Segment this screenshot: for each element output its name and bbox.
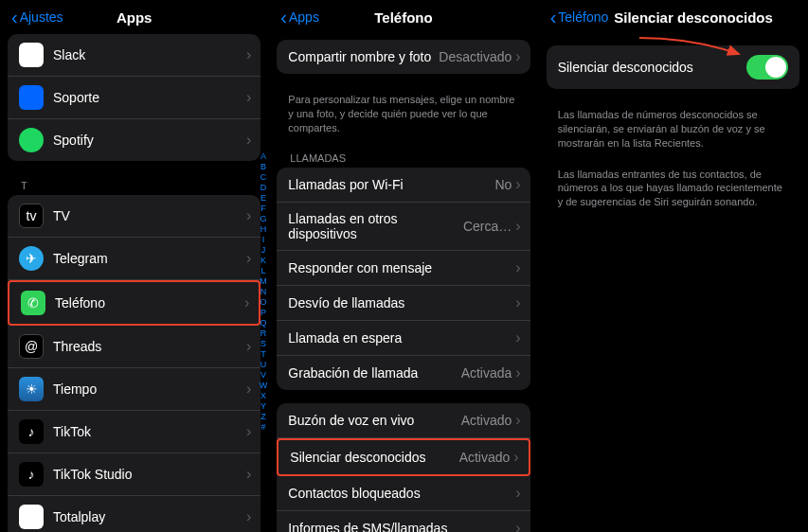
index-letter[interactable]: V [260, 370, 268, 381]
chevron-right-icon: › [515, 176, 520, 193]
index-letter[interactable]: S [260, 339, 268, 349]
app-label: TikTok [53, 424, 246, 439]
setting-row[interactable]: Silenciar desconocidosActivado› [277, 438, 530, 476]
setting-row[interactable]: Contactos bloqueados› [277, 476, 530, 511]
index-letter[interactable]: A [260, 151, 268, 162]
description-2: Las llamadas entrantes de tus contactos,… [547, 162, 799, 222]
app-label: Totalplay [53, 509, 246, 524]
index-letter[interactable]: T [260, 349, 268, 360]
chevron-right-icon: › [246, 423, 251, 440]
setting-row[interactable]: Llamada en espera› [277, 321, 530, 356]
app-row-totalplay[interactable]: ▶ Totalplay › [8, 496, 260, 532]
app-row-tiempo[interactable]: ☀ Tiempo › [8, 368, 260, 411]
setting-row[interactable]: Llamadas en otros dispositivosCerca…› [277, 203, 530, 251]
index-letter[interactable]: I [260, 235, 268, 245]
setting-row[interactable]: Desvío de llamadas› [277, 286, 530, 321]
index-letter[interactable]: W [260, 381, 268, 391]
nav-bar: ‹ Ajustes Apps [0, 0, 268, 34]
index-letter[interactable]: D [260, 183, 268, 193]
index-letter[interactable]: R [260, 328, 268, 339]
chevron-right-icon: › [246, 381, 251, 398]
app-row-tiktok[interactable]: ♪ TikTok › [8, 411, 260, 453]
index-letter[interactable]: M [260, 276, 268, 287]
setting-row[interactable]: Compartir nombre y fotoDesactivado› [277, 40, 530, 74]
app-icon: tv [19, 204, 44, 228]
app-icon: ☀ [19, 377, 44, 401]
section-header: T [8, 174, 260, 195]
index-letter[interactable]: Y [260, 401, 268, 412]
apps-panel: ‹ Ajustes Apps ✱ Slack › Soporte › Spoti… [0, 0, 269, 532]
app-label: TikTok Studio [53, 467, 246, 482]
app-label: TV [53, 208, 246, 223]
index-letter[interactable]: L [260, 266, 268, 276]
index-letter[interactable]: K [260, 256, 268, 266]
row-label: Informes de SMS/llamadas [288, 521, 515, 532]
setting-row[interactable]: Informes de SMS/llamadas› [277, 511, 530, 532]
page-title: Teléfono [374, 9, 432, 26]
nav-bar: ‹ Teléfono Silenciar desconocidos [539, 0, 807, 34]
app-label: Slack [53, 47, 246, 62]
index-strip[interactable]: ABCDEFGHIJKLMNOPQRSTUVWXYZ# [260, 151, 268, 433]
app-icon: @ [19, 334, 44, 359]
chevron-left-icon: ‹ [550, 7, 557, 28]
index-letter[interactable]: J [260, 245, 268, 256]
toggle-switch[interactable] [746, 55, 788, 80]
phone-settings-panel: ‹ Apps Teléfono Compartir nombre y fotoD… [269, 0, 538, 532]
index-letter[interactable]: G [260, 214, 268, 224]
chevron-right-icon: › [515, 412, 520, 429]
chevron-right-icon: › [246, 46, 251, 63]
app-row-tiktok-studio[interactable]: ♪ TikTok Studio › [8, 453, 260, 496]
toggle-label: Silenciar desconocidos [558, 60, 746, 75]
back-button[interactable]: ‹ Teléfono [550, 7, 609, 28]
toggle-group: Silenciar desconocidos [547, 45, 799, 89]
app-icon: ♪ [19, 462, 44, 487]
row-label: Silenciar desconocidos [290, 450, 458, 465]
index-letter[interactable]: # [260, 422, 268, 433]
index-letter[interactable]: P [260, 308, 268, 318]
index-letter[interactable]: O [260, 297, 268, 308]
page-title: Apps [117, 9, 153, 26]
app-row-soporte[interactable]: Soporte › [8, 77, 260, 119]
app-row-threads[interactable]: @ Threads › [8, 326, 260, 368]
back-button[interactable]: ‹ Apps [280, 7, 319, 28]
section-header: LLAMADAS [277, 147, 530, 168]
silence-toggle-row[interactable]: Silenciar desconocidos [547, 45, 799, 89]
settings-group: Buzón de voz en vivoActivado›Silenciar d… [277, 403, 530, 532]
row-value: Desactivado [439, 49, 512, 64]
app-row-spotify[interactable]: Spotify › [8, 119, 260, 161]
index-letter[interactable]: X [260, 391, 268, 401]
setting-row[interactable]: Buzón de voz en vivoActivado› [277, 403, 530, 438]
index-letter[interactable]: Q [260, 318, 268, 328]
app-row-slack[interactable]: ✱ Slack › [8, 34, 260, 77]
index-letter[interactable]: U [260, 360, 268, 370]
chevron-left-icon: ‹ [280, 7, 287, 28]
index-letter[interactable]: C [260, 172, 268, 183]
index-letter[interactable]: N [260, 287, 268, 297]
setting-row[interactable]: Llamadas por Wi-FiNo› [277, 168, 530, 203]
app-label: Teléfono [55, 295, 244, 310]
index-letter[interactable]: E [260, 193, 268, 204]
setting-row[interactable]: Responder con mensaje› [277, 251, 530, 286]
page-title: Silenciar desconocidos [614, 9, 773, 26]
chevron-right-icon: › [515, 48, 520, 65]
app-row-tv[interactable]: tv TV › [8, 195, 260, 238]
settings-group: Compartir nombre y fotoDesactivado› [277, 40, 530, 74]
app-row-telegram[interactable]: ✈ Telegram › [8, 238, 260, 280]
row-label: Llamadas en otros dispositivos [288, 211, 463, 241]
chevron-right-icon: › [246, 250, 251, 267]
index-letter[interactable]: F [260, 204, 268, 214]
row-value: Activado [461, 413, 512, 428]
app-icon: ✆ [21, 291, 45, 315]
back-button[interactable]: ‹ Ajustes [11, 7, 63, 28]
index-letter[interactable]: Z [260, 412, 268, 422]
index-letter[interactable]: B [260, 162, 268, 172]
chevron-right-icon: › [515, 259, 520, 276]
app-row-teléfono[interactable]: ✆ Teléfono › [8, 280, 260, 326]
app-label: Tiempo [53, 381, 246, 397]
row-label: Contactos bloqueados [288, 486, 515, 501]
index-letter[interactable]: H [260, 224, 268, 235]
chevron-right-icon: › [246, 466, 251, 483]
nav-bar: ‹ Apps Teléfono [269, 0, 537, 34]
row-value: No [494, 177, 512, 192]
setting-row[interactable]: Grabación de llamadaActivada› [277, 356, 530, 390]
